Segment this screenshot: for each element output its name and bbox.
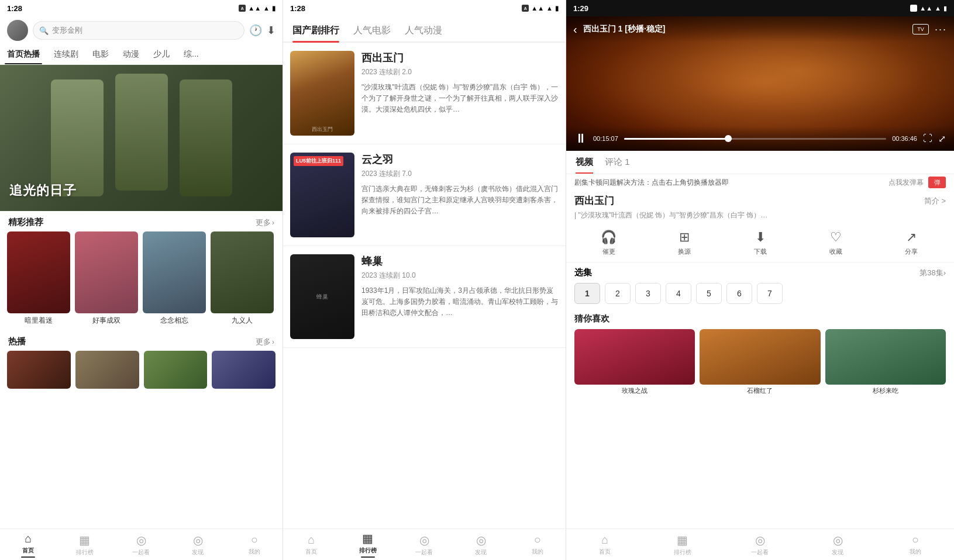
video-tab-comments[interactable]: 评论 1 bbox=[605, 151, 630, 174]
episode-5[interactable]: 5 bbox=[696, 283, 722, 304]
video-back-button[interactable]: ‹ bbox=[573, 23, 577, 36]
rec-card-1[interactable]: 石榴红了 bbox=[700, 329, 820, 395]
action-share[interactable]: ↗ 分享 bbox=[874, 230, 949, 256]
action-source[interactable]: ⊞ 换源 bbox=[646, 230, 722, 256]
featured-card-3[interactable]: 九义人 bbox=[211, 231, 274, 326]
rec-card-2[interactable]: 杉杉来吃 bbox=[825, 329, 946, 395]
history-icon[interactable]: 🕐 bbox=[249, 24, 262, 37]
tab-movies[interactable]: 电影 bbox=[90, 44, 111, 64]
episode-6[interactable]: 6 bbox=[726, 283, 752, 304]
rank-poster-bg-1: LU5前往上班归111 bbox=[290, 153, 354, 237]
rankings-nav-home-label: 首页 bbox=[305, 548, 317, 556]
current-time: 00:15:07 bbox=[593, 135, 618, 142]
rank-title-2: 蜂巢 bbox=[361, 254, 559, 268]
home-nav-home[interactable]: ⌂ 首页 bbox=[0, 532, 57, 558]
fullscreen-icon[interactable]: ⤢ bbox=[938, 133, 946, 144]
video-nav-watch[interactable]: ◎ 一起看 bbox=[721, 533, 799, 556]
hot-item-3[interactable] bbox=[212, 351, 275, 389]
tab-variety[interactable]: 综... bbox=[181, 44, 201, 64]
tv-icon[interactable]: TV bbox=[912, 24, 929, 34]
avatar[interactable] bbox=[7, 20, 28, 41]
home-nav-watch-label: 一起看 bbox=[132, 548, 150, 556]
home-status-icons: A ▲▲ ▲ ▮ bbox=[239, 5, 275, 12]
danmu-button[interactable]: 弹 bbox=[928, 177, 946, 188]
tab-series[interactable]: 连续剧 bbox=[51, 44, 81, 64]
hot-more[interactable]: 更多 › bbox=[256, 337, 274, 347]
episode-4[interactable]: 4 bbox=[666, 283, 691, 304]
featured-card-2[interactable]: 念念相忘 bbox=[143, 231, 206, 326]
rankings-nav-mine[interactable]: ○ 我的 bbox=[509, 533, 566, 556]
featured-card-0[interactable]: 暗里着迷 bbox=[7, 231, 70, 326]
rank-title-0: 西出玉门 bbox=[361, 51, 559, 65]
rank-tab-domestic[interactable]: 国产剧排行 bbox=[292, 19, 339, 42]
tab-home[interactable]: 首页热播 bbox=[5, 44, 42, 64]
rankings-nav-mine-icon: ○ bbox=[534, 533, 541, 547]
rank-tab-anime[interactable]: 人气动漫 bbox=[405, 19, 442, 42]
action-urge[interactable]: 🎧 催更 bbox=[571, 230, 646, 256]
danmu-row: 剧集卡顿问题解决方法：点击右上角切换播放器即 点我发弹幕 弹 bbox=[566, 174, 954, 188]
more-icon[interactable]: ··· bbox=[935, 23, 947, 36]
tab-kids[interactable]: 少儿 bbox=[151, 44, 172, 64]
home-nav-discover-label: 发现 bbox=[192, 548, 204, 556]
rank-item-1[interactable]: LU5前往上班归111 云之羽 2023 连续剧 7.0 宫门选亲大典在即，无锋… bbox=[283, 144, 566, 246]
home-nav-watch[interactable]: ◎ 一起看 bbox=[113, 533, 170, 556]
video-nav-mine[interactable]: ○ 我的 bbox=[876, 533, 954, 556]
featured-more[interactable]: 更多 › bbox=[256, 217, 274, 228]
action-download[interactable]: ⬇ 下载 bbox=[722, 230, 798, 256]
video-status-icons: A ▲▲ ▲ ▮ bbox=[910, 5, 947, 12]
rankings-nav-home[interactable]: ⌂ 首页 bbox=[283, 533, 340, 556]
hot-item-0[interactable] bbox=[7, 351, 71, 389]
episode-7[interactable]: 7 bbox=[757, 283, 783, 304]
rankings-nav-discover[interactable]: ◎ 发现 bbox=[453, 533, 509, 556]
video-nav-discover-icon: ◎ bbox=[833, 533, 843, 547]
share-icon: ↗ bbox=[906, 230, 917, 245]
progress-handle[interactable] bbox=[725, 135, 732, 142]
episode-3[interactable]: 3 bbox=[635, 283, 661, 304]
action-collect[interactable]: ♡ 收藏 bbox=[798, 230, 873, 256]
rank-watermark-1: LU5前往上班归111 bbox=[294, 156, 343, 166]
rankings-nav-rank[interactable]: ▦ 排行榜 bbox=[340, 531, 397, 558]
video-controls: ⏸ 00:15:07 00:36:46 ⛶ ⤢ bbox=[566, 126, 954, 151]
episode-1[interactable]: 1 bbox=[574, 283, 600, 304]
video-nav-home[interactable]: ⌂ 首页 bbox=[566, 533, 644, 556]
hero-banner[interactable]: 追光的日子 bbox=[0, 65, 283, 211]
send-danmu-text[interactable]: 点我发弹幕 bbox=[888, 178, 924, 188]
episodes-count[interactable]: 第38集 › bbox=[919, 268, 946, 278]
episodes-grid: 1 2 3 4 5 6 7 bbox=[566, 283, 954, 310]
download-icon[interactable]: ⬇ bbox=[267, 24, 275, 37]
featured-img-0 bbox=[7, 231, 70, 313]
rank-item-2[interactable]: 蜂巢 蜂巢 2023 连续剧 10.0 1933年1月，日军攻陷山海关，3月占领… bbox=[283, 246, 566, 348]
video-player[interactable]: ‹ 西出玉门 1 [秒播·稳定] TV ··· ⏸ 00:15:07 00:36… bbox=[566, 16, 954, 151]
rankings-status-bar: 1:28 A ▲▲ ▲ ▮ bbox=[283, 0, 566, 16]
recommend-header: 猜你喜欢 bbox=[566, 310, 954, 329]
pip-icon[interactable]: ⛶ bbox=[923, 133, 932, 144]
hot-item-2[interactable] bbox=[144, 351, 208, 389]
search-text: 变形金刚 bbox=[52, 25, 82, 36]
rankings-nav-watch[interactable]: ◎ 一起看 bbox=[396, 533, 453, 556]
featured-thumb-0 bbox=[7, 231, 70, 313]
rankings-nav-rank-label: 排行榜 bbox=[359, 547, 377, 555]
rankings-nav-watch-icon: ◎ bbox=[419, 533, 429, 547]
rank-tab-movies[interactable]: 人气电影 bbox=[353, 19, 391, 42]
rec-card-0[interactable]: 玫瑰之战 bbox=[574, 329, 695, 395]
video-nav-discover[interactable]: ◎ 发现 bbox=[799, 533, 877, 556]
rankings-wifi-icon: ▲ bbox=[546, 5, 553, 12]
featured-card-1[interactable]: 好事成双 bbox=[75, 231, 138, 326]
rank-tabs: 国产剧排行 人气电影 人气动漫 bbox=[283, 16, 566, 43]
home-nav-mine[interactable]: ○ 我的 bbox=[226, 533, 283, 556]
home-nav-rank-icon: ▦ bbox=[79, 533, 90, 547]
progress-track[interactable] bbox=[624, 138, 886, 140]
episode-2[interactable]: 2 bbox=[605, 283, 631, 304]
screen-icons: ⛶ ⤢ bbox=[923, 133, 946, 144]
rank-item-0[interactable]: 西出玉門 西出玉门 2023 连续剧 2.0 "沙漠玫瑰"叶流西（倪妮 饰）与"… bbox=[283, 43, 566, 144]
pause-button[interactable]: ⏸ bbox=[574, 131, 587, 146]
home-nav-discover[interactable]: ◎ 发现 bbox=[170, 533, 226, 556]
video-signal-icon: ▲▲ bbox=[919, 5, 932, 12]
video-tab-video[interactable]: 视频 bbox=[576, 151, 593, 174]
show-more-button[interactable]: 简介 > bbox=[924, 196, 946, 206]
video-nav-rank[interactable]: ▦ 排行榜 bbox=[644, 533, 722, 556]
tab-anime[interactable]: 动漫 bbox=[120, 44, 142, 64]
hot-item-1[interactable] bbox=[75, 351, 139, 389]
home-nav-rank[interactable]: ▦ 排行榜 bbox=[57, 533, 113, 556]
search-bar[interactable]: 🔍 变形金刚 bbox=[33, 21, 244, 40]
